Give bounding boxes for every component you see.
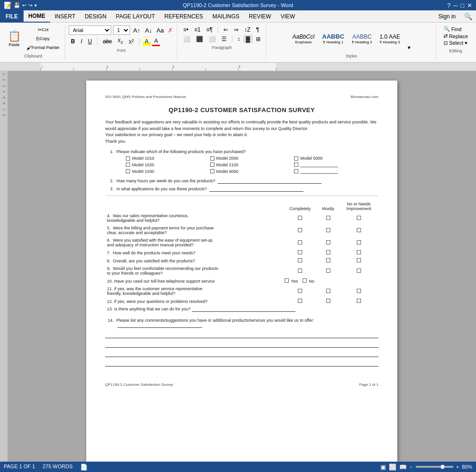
bold-button[interactable]: B — [69, 37, 78, 46]
q8-mostly[interactable] — [317, 257, 339, 265]
bullets-button[interactable]: ≡• — [181, 25, 191, 34]
change-case-btn[interactable]: Aa — [156, 26, 165, 34]
q7-mostly[interactable] — [317, 249, 339, 257]
comment-line-4[interactable] — [105, 359, 378, 366]
font-color-button[interactable]: A — [152, 37, 160, 46]
font-selector[interactable]: Arial — [69, 25, 111, 35]
comment-line-3[interactable] — [105, 350, 378, 357]
quick-access-redo[interactable]: ↪ — [28, 2, 33, 8]
font-size-selector[interactable]: 12 — [113, 25, 130, 35]
q10-yes-cb[interactable] — [285, 278, 289, 283]
q4-improvement[interactable] — [339, 212, 378, 224]
style-heading3[interactable]: 1.0 AAE ¶ Heading 3 — [378, 32, 402, 46]
borders-button[interactable]: ⊞ — [254, 35, 263, 43]
decrease-indent-button[interactable]: ⇐ — [221, 25, 230, 34]
minimize-btn[interactable]: ─ — [453, 2, 458, 9]
q9-mostly[interactable] — [317, 265, 339, 277]
italic-button[interactable]: I — [78, 37, 84, 46]
q3-fill[interactable] — [209, 187, 304, 192]
line-spacing-button[interactable]: ↕ — [235, 35, 243, 43]
cb-model5000[interactable] — [294, 156, 298, 161]
quick-access-more[interactable]: ▾ — [34, 3, 37, 8]
page-layout-menu[interactable]: PAGE LAYOUT — [111, 10, 160, 23]
q5-improvement[interactable] — [339, 224, 378, 236]
q12-completely[interactable] — [283, 297, 317, 305]
text-highlight-button[interactable]: A — [142, 37, 151, 46]
align-right-button[interactable]: ⬜ — [206, 35, 218, 43]
select-button[interactable]: ⊡Select ▾ — [442, 40, 469, 47]
sign-in[interactable]: Sign in — [434, 10, 460, 23]
superscript-button[interactable]: X2 — [126, 37, 136, 46]
underline-button[interactable]: U — [86, 37, 95, 46]
q10-no-cb[interactable] — [303, 278, 307, 283]
q12-mostly[interactable] — [317, 297, 339, 305]
view-menu[interactable]: VIEW — [276, 10, 300, 23]
replace-button[interactable]: ⇄Replace — [442, 33, 469, 40]
q4-mostly[interactable] — [317, 212, 339, 224]
zoom-in-icon[interactable]: + — [456, 464, 459, 470]
paste-button[interactable]: 📋 Paste — [5, 26, 24, 51]
style-heading1[interactable]: AABBC ¶ Heading 1 — [320, 32, 347, 46]
q6-completely[interactable] — [283, 236, 317, 249]
mailings-menu[interactable]: MAILINGS — [208, 10, 244, 23]
q11-improvement[interactable] — [339, 285, 378, 297]
increase-font-btn[interactable]: A↑ — [132, 26, 142, 35]
q6-improvement[interactable] — [339, 236, 378, 249]
style-heading2[interactable]: AABBC ¶ Heading 2 — [350, 32, 375, 46]
restore-btn[interactable]: □ — [460, 2, 464, 9]
zoom-slider[interactable] — [416, 466, 453, 468]
q6-mostly[interactable] — [317, 236, 339, 249]
style-emphasis[interactable]: AaBbCcI Emphasis — [290, 32, 317, 46]
file-menu[interactable]: FILE — [0, 10, 24, 23]
layout-web-icon[interactable]: ⬜ — [389, 464, 396, 471]
q11-completely[interactable] — [283, 285, 317, 297]
references-menu[interactable]: REFERENCES — [160, 10, 208, 23]
q5-mostly[interactable] — [317, 224, 339, 236]
close-btn[interactable]: ✕ — [467, 2, 472, 9]
numbering-button[interactable]: ≡1 — [192, 25, 203, 34]
q11-mostly[interactable] — [317, 285, 339, 297]
format-painter-button[interactable]: 🖌 Format Painter — [25, 43, 62, 52]
q8-completely[interactable] — [283, 257, 317, 265]
multilevel-list-button[interactable]: ≡¶ — [204, 25, 215, 34]
cb-model4000[interactable] — [210, 169, 214, 173]
q4-completely[interactable] — [283, 212, 317, 224]
copy-button[interactable]: ⎘ Copy — [25, 34, 62, 43]
search-icon[interactable]: 🔍 — [460, 12, 476, 21]
q7-improvement[interactable] — [339, 249, 378, 257]
q8-improvement[interactable] — [339, 257, 378, 265]
align-left-button[interactable]: ⬜ — [181, 35, 193, 43]
show-formatting-button[interactable]: ¶ — [254, 25, 261, 34]
q7-completely[interactable] — [283, 249, 317, 257]
cb-model2000[interactable] — [210, 156, 214, 161]
cb-model1020[interactable] — [126, 163, 130, 167]
q5-completely[interactable] — [283, 224, 317, 236]
zoom-out-icon[interactable]: − — [410, 464, 412, 470]
find-button[interactable]: 🔍Find — [442, 25, 463, 33]
word-page[interactable]: ISO 9001 QMS Policies and Procedures Man… — [86, 81, 397, 472]
cb-other2[interactable] — [294, 169, 298, 173]
shading-button[interactable]: ▓ — [244, 35, 253, 43]
increase-indent-button[interactable]: ⇒ — [231, 25, 241, 34]
cb-other1[interactable] — [294, 163, 298, 167]
q9-improvement[interactable] — [339, 265, 378, 277]
q12-improvement[interactable] — [339, 297, 378, 305]
comment-line-2[interactable] — [105, 340, 378, 348]
quick-access-undo[interactable]: ↩ — [22, 2, 26, 8]
review-menu[interactable]: REVIEW — [244, 10, 276, 23]
comment-line-1[interactable] — [105, 331, 378, 338]
strikethrough-button[interactable]: abc — [100, 37, 114, 46]
home-menu[interactable]: HOME — [24, 10, 50, 23]
justify-button[interactable]: ☰ — [219, 35, 229, 43]
insert-menu[interactable]: INSERT — [50, 10, 80, 23]
sort-button[interactable]: ↕Z — [242, 25, 253, 34]
design-menu[interactable]: DESIGN — [80, 10, 111, 23]
cb-model1030[interactable] — [126, 169, 130, 173]
q9-completely[interactable] — [283, 265, 317, 277]
decrease-font-btn[interactable]: A↓ — [144, 26, 154, 35]
subscript-button[interactable]: X2 — [115, 37, 125, 46]
cb-model1010[interactable] — [126, 156, 130, 161]
align-center-button[interactable]: ⬛ — [194, 35, 205, 43]
styles-expand-button[interactable]: ▾ — [405, 43, 413, 52]
layout-print-icon[interactable]: ▣ — [380, 464, 386, 471]
